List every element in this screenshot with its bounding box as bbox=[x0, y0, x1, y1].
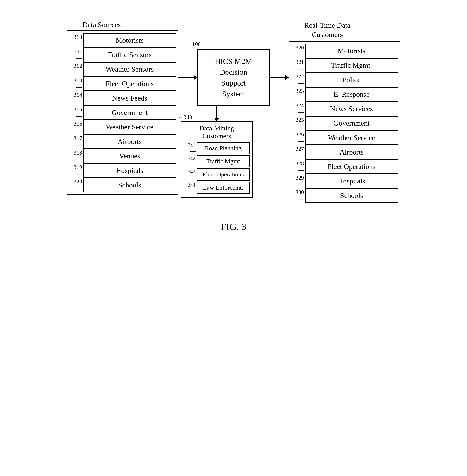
dm-row-label: 343— bbox=[184, 169, 197, 181]
row-label: 323— bbox=[291, 88, 305, 101]
row-label: 315— bbox=[69, 106, 83, 119]
fig-caption: FIG. 3 bbox=[221, 221, 246, 232]
list-item: 314— News Feeds bbox=[69, 91, 176, 105]
left-column-header: Data Sources bbox=[67, 21, 121, 30]
dm-item-box: Traffic Mgmt bbox=[197, 155, 250, 167]
item-box: Government bbox=[305, 116, 398, 130]
right-column-header: Real-Time DataCustomers bbox=[289, 21, 351, 41]
item-box: Fleet Operations bbox=[305, 159, 398, 174]
item-box: Motorists bbox=[305, 44, 398, 58]
list-item: 313— Fleet Operations bbox=[69, 76, 176, 91]
row-label: 326— bbox=[291, 131, 305, 144]
item-box: Schools bbox=[83, 178, 176, 192]
diagram: Data Sources 310— Motorists 311— Traffic… bbox=[14, 16, 453, 205]
list-item: 325— Government bbox=[291, 116, 398, 130]
left-arrow bbox=[178, 75, 197, 80]
right-column-inner: 320— Motorists 321— Traffic Mgmt. 322— P… bbox=[289, 41, 400, 205]
item-box: Weather Service bbox=[83, 120, 176, 134]
row-label: 310— bbox=[69, 34, 83, 47]
item-box: Police bbox=[305, 73, 398, 87]
item-box: Traffic Sensors bbox=[83, 48, 176, 62]
row-label: 312— bbox=[69, 63, 83, 76]
row-label: 320— bbox=[291, 44, 305, 58]
item-box: News Services bbox=[305, 102, 398, 116]
hics-row: 100 HICS M2MDecisionSupportSystem bbox=[178, 49, 289, 106]
row-label: 316— bbox=[69, 120, 83, 134]
dm-item-box: Road Planning bbox=[197, 142, 250, 154]
dm-item-row: 341— Road Planning bbox=[184, 142, 250, 154]
arrow-line-left bbox=[178, 77, 194, 78]
item-box: Fleet Operations bbox=[83, 76, 176, 91]
list-item: 317— Airports bbox=[69, 134, 176, 149]
dm-row-label: 341— bbox=[184, 142, 197, 154]
dm-row-label: 342— bbox=[184, 156, 197, 167]
item-box: E. Response bbox=[305, 87, 398, 102]
row-label: 330— bbox=[291, 189, 305, 202]
list-item: 326— Weather Service bbox=[291, 130, 398, 145]
center-section: 100 HICS M2MDecisionSupportSystem ←340 D… bbox=[178, 16, 289, 198]
list-item: 316— Weather Service bbox=[69, 120, 176, 134]
item-box: Government bbox=[83, 105, 176, 120]
hics-box: HICS M2MDecisionSupportSystem bbox=[197, 49, 270, 106]
list-item: 311— Traffic Sensors bbox=[69, 48, 176, 62]
row-label: 329— bbox=[291, 174, 305, 188]
list-item: 321— Traffic Mgmt. bbox=[291, 58, 398, 73]
list-item: 312— Weather Sensors bbox=[69, 62, 176, 76]
item-box: Traffic Mgmt. bbox=[305, 58, 398, 73]
dm-row-label: 344— bbox=[184, 182, 197, 194]
down-arrow-section bbox=[216, 106, 217, 121]
row-label: 320— bbox=[69, 178, 83, 192]
row-label: 318— bbox=[69, 149, 83, 163]
row-label: 322— bbox=[291, 73, 305, 87]
list-item: 320— Schools bbox=[69, 178, 176, 192]
dm-item-row: 344— Law Enforcemt. bbox=[184, 182, 250, 194]
dm-item-box: Fleet Operations bbox=[197, 168, 250, 181]
arrowhead-right-2 bbox=[285, 75, 289, 80]
item-box: Venues bbox=[83, 149, 176, 163]
list-item: 327— Airports bbox=[291, 145, 398, 159]
item-box: Hospitals bbox=[83, 163, 176, 178]
hics-label: 100 bbox=[192, 41, 201, 48]
dm-header: Data-MiningCustomers bbox=[184, 125, 250, 142]
dm-wrapper: ←340 Data-MiningCustomers 341— Road Plan… bbox=[181, 121, 253, 198]
left-column: Data Sources 310— Motorists 311— Traffic… bbox=[67, 21, 178, 195]
row-label: 319— bbox=[69, 164, 83, 177]
dm-box: Data-MiningCustomers 341— Road Planning … bbox=[181, 121, 253, 198]
list-item: 322— Police bbox=[291, 73, 398, 87]
row-label: 321— bbox=[291, 59, 305, 72]
row-label: 328— bbox=[291, 160, 305, 173]
row-label: 314— bbox=[69, 91, 83, 105]
row-label: 311— bbox=[69, 48, 83, 62]
list-item: 324— News Services bbox=[291, 102, 398, 116]
list-item: 315— Government bbox=[69, 105, 176, 120]
list-item: 310— Motorists bbox=[69, 33, 176, 48]
arrow-line-right bbox=[270, 77, 285, 78]
row-label: 325— bbox=[291, 117, 305, 130]
item-box: Hospitals bbox=[305, 174, 398, 188]
arrowhead-right bbox=[194, 75, 197, 80]
down-arrow bbox=[216, 106, 217, 121]
right-column: Real-Time DataCustomers 320— Motorists 3… bbox=[289, 21, 400, 205]
list-item: 318— Venues bbox=[69, 149, 176, 163]
list-item: 320— Motorists bbox=[291, 44, 398, 58]
item-box: Motorists bbox=[83, 33, 176, 48]
list-item: 323— E. Response bbox=[291, 87, 398, 102]
list-item: 330— Schools bbox=[291, 188, 398, 203]
item-box: Schools bbox=[305, 188, 398, 203]
item-box: Weather Sensors bbox=[83, 62, 176, 76]
list-item: 319— Hospitals bbox=[69, 163, 176, 178]
hics-wrapper: 100 HICS M2MDecisionSupportSystem bbox=[197, 49, 270, 106]
row-label: 313— bbox=[69, 77, 83, 90]
dm-item-row: 343— Fleet Operations bbox=[184, 168, 250, 181]
item-box: Airports bbox=[83, 134, 176, 149]
item-box: News Feeds bbox=[83, 91, 176, 105]
dm-outer-label: ←340 bbox=[178, 114, 192, 120]
list-item: 328— Fleet Operations bbox=[291, 159, 398, 174]
right-arrow bbox=[270, 75, 289, 80]
hics-text: HICS M2MDecisionSupportSystem bbox=[215, 57, 252, 98]
row-label: 327— bbox=[291, 145, 305, 159]
row-label: 317— bbox=[69, 135, 83, 148]
dm-item-box: Law Enforcemt. bbox=[197, 182, 250, 194]
left-column-inner: 310— Motorists 311— Traffic Sensors 312—… bbox=[67, 30, 178, 195]
list-item: 329— Hospitals bbox=[291, 174, 398, 188]
